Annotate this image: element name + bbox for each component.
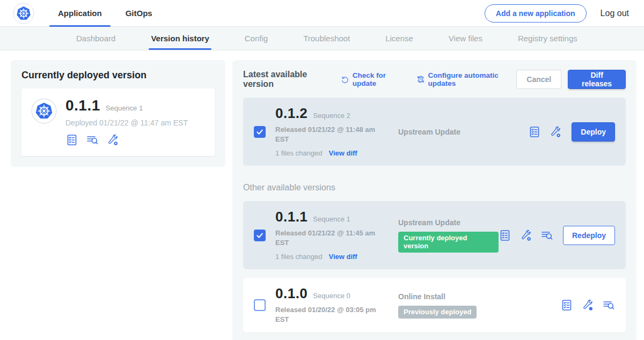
version-row-icons bbox=[560, 299, 615, 312]
refresh-icon bbox=[341, 75, 349, 84]
checkmark-icon bbox=[255, 128, 264, 136]
subnav-tab-troubleshoot[interactable]: Troubleshoot bbox=[301, 27, 352, 50]
version-info: 0.1.1 Sequence 1 Released 01/21/22 @ 11:… bbox=[275, 210, 385, 261]
view-diff-link[interactable]: View diff bbox=[328, 253, 357, 261]
panel-header: Latest available version Check for updat… bbox=[243, 70, 626, 89]
edit-config-icon[interactable] bbox=[549, 125, 562, 138]
release-notes-icon[interactable] bbox=[528, 125, 541, 138]
currently-deployed-title: Currently deployed version bbox=[21, 70, 215, 81]
logs-icon[interactable] bbox=[540, 229, 553, 242]
edit-config-icon[interactable] bbox=[106, 134, 119, 146]
auto-update-icon bbox=[416, 75, 425, 84]
version-source: Upstream Update bbox=[385, 128, 528, 136]
previously-deployed-badge: Previously deployed bbox=[398, 306, 477, 319]
version-number: 0.1.1 bbox=[275, 210, 308, 224]
source-label: Online Install bbox=[398, 292, 560, 301]
subnav-tab-config[interactable]: Config bbox=[243, 27, 270, 50]
version-number: 0.1.0 bbox=[275, 286, 308, 300]
release-notes-icon[interactable] bbox=[560, 299, 573, 312]
version-row-icons bbox=[499, 229, 553, 242]
version-number: 0.1.2 bbox=[275, 106, 308, 120]
version-source: Upstream Update Currently deployed versi… bbox=[385, 218, 499, 253]
diff-releases-button[interactable]: Diff releases bbox=[568, 70, 626, 89]
deployed-timestamp: Deployed 01/21/22 @ 11:47 am EST bbox=[65, 119, 188, 127]
version-checkbox[interactable] bbox=[254, 230, 266, 241]
kubernetes-logo[interactable] bbox=[13, 3, 34, 24]
version-info: 0.1.0 Sequence 0 Released 01/20/22 @ 03:… bbox=[275, 286, 385, 324]
version-row-icons bbox=[528, 125, 562, 138]
released-timestamp: Released 01/20/22 @ 03:05 pm EST bbox=[275, 305, 376, 324]
version-info: 0.1.2 Sequence 2 Released 01/21/22 @ 11:… bbox=[275, 106, 385, 157]
version-checkbox[interactable] bbox=[254, 126, 266, 138]
redeploy-button[interactable]: Redeploy bbox=[563, 226, 615, 245]
check-for-update-link[interactable]: Check for update bbox=[341, 71, 405, 87]
version-checkbox[interactable] bbox=[254, 299, 266, 311]
released-timestamp: Released 01/21/22 @ 11:45 am EST bbox=[275, 228, 376, 247]
other-available-versions-title: Other available versions bbox=[243, 183, 626, 193]
subnav-tab-version-history[interactable]: Version history bbox=[149, 27, 211, 50]
edit-config-icon[interactable] bbox=[519, 229, 532, 242]
subnav-tab-dashboard[interactable]: Dashboard bbox=[74, 27, 118, 50]
subnav-tab-view-files[interactable]: View files bbox=[447, 27, 485, 50]
files-changed-label: 1 files changed bbox=[275, 149, 322, 157]
checkmark-icon bbox=[255, 231, 264, 240]
view-config-icon[interactable] bbox=[581, 299, 594, 312]
check-for-update-label: Check for update bbox=[353, 71, 405, 87]
tab-application[interactable]: Application bbox=[46, 0, 114, 27]
version-history-panel: Latest available version Check for updat… bbox=[232, 60, 636, 340]
configure-auto-updates-link[interactable]: Configure automatic updates bbox=[416, 71, 517, 87]
deployed-sequence-label: Sequence 1 bbox=[106, 104, 143, 112]
main-content: Currently deployed version 0.1.1 Sequenc… bbox=[0, 50, 644, 340]
sequence-label: Sequence 0 bbox=[313, 292, 350, 300]
released-timestamp: Released 01/21/22 @ 11:48 am EST bbox=[275, 125, 376, 144]
deployed-version-number: 0.1.1 bbox=[65, 98, 100, 113]
app-kubernetes-icon bbox=[31, 98, 57, 124]
source-label: Upstream Update bbox=[398, 218, 499, 227]
version-row-0-1-1: 0.1.1 Sequence 1 Released 01/21/22 @ 11:… bbox=[243, 201, 626, 269]
tab-gitops-label: GitOps bbox=[126, 9, 152, 18]
deploy-button[interactable]: Deploy bbox=[572, 122, 615, 142]
subnav-tab-registry-settings[interactable]: Registry settings bbox=[516, 27, 580, 50]
app-sub-nav: Dashboard Version history Config Trouble… bbox=[0, 27, 644, 50]
source-label: Upstream Update bbox=[398, 128, 528, 136]
add-new-application-button[interactable]: Add a new application bbox=[485, 4, 587, 23]
version-row-0-1-2: 0.1.2 Sequence 2 Released 01/21/22 @ 11:… bbox=[243, 98, 626, 166]
sequence-label: Sequence 2 bbox=[313, 112, 350, 120]
logs-icon[interactable] bbox=[602, 299, 615, 312]
files-changed-label: 1 files changed bbox=[275, 253, 322, 261]
currently-deployed-card: Currently deployed version 0.1.1 Sequenc… bbox=[11, 60, 225, 167]
sequence-label: Sequence 1 bbox=[313, 215, 350, 223]
tab-application-label: Application bbox=[58, 9, 102, 18]
top-nav: Application GitOps Add a new application… bbox=[0, 0, 644, 27]
deployed-version-card: 0.1.1 Sequence 1 Deployed 01/21/22 @ 11:… bbox=[21, 88, 215, 156]
tab-gitops[interactable]: GitOps bbox=[114, 0, 164, 27]
deployed-version-info: 0.1.1 Sequence 1 Deployed 01/21/22 @ 11:… bbox=[65, 98, 188, 146]
currently-deployed-badge: Currently deployed version bbox=[398, 232, 499, 253]
cancel-button[interactable]: Cancel bbox=[516, 70, 561, 89]
version-source: Online Install Previously deployed bbox=[385, 292, 560, 319]
latest-available-title: Latest available version bbox=[243, 70, 329, 89]
configure-auto-updates-label: Configure automatic updates bbox=[428, 71, 517, 87]
view-diff-link[interactable]: View diff bbox=[328, 149, 357, 157]
logout-button[interactable]: Log out bbox=[601, 9, 629, 18]
version-row-0-1-0: 0.1.0 Sequence 0 Released 01/20/22 @ 03:… bbox=[243, 278, 626, 332]
logs-icon[interactable] bbox=[86, 134, 99, 146]
release-notes-icon[interactable] bbox=[65, 134, 78, 146]
release-notes-icon[interactable] bbox=[499, 229, 511, 242]
subnav-tab-license[interactable]: License bbox=[383, 27, 415, 50]
